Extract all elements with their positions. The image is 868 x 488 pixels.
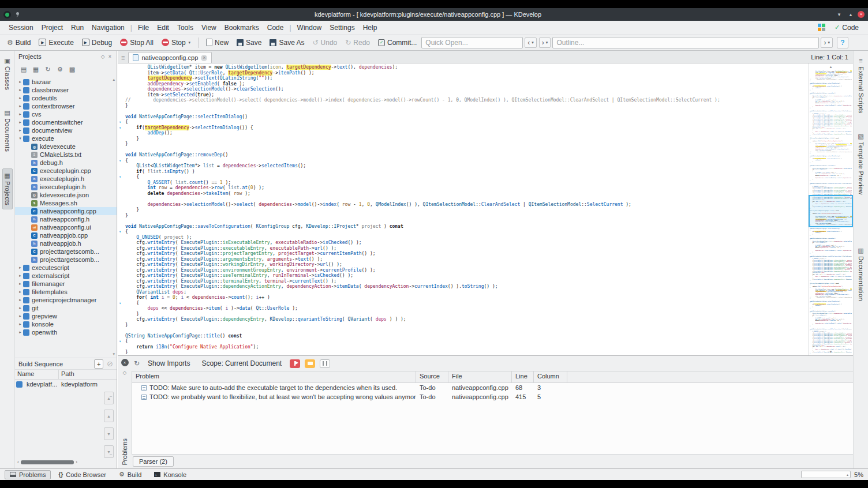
expander-icon[interactable]: ▸ [17, 96, 23, 100]
code-line[interactable]: ▾{ [118, 158, 807, 164]
tree-item-grepview[interactable]: ▸grepview [15, 312, 117, 320]
code-line[interactable]: } [118, 350, 807, 355]
code-line[interactable]: cfg.writeEntry( ExecutePlugin::isExecuta… [118, 240, 807, 246]
menu-navigation[interactable]: Navigation [88, 22, 129, 33]
scope-dropdown[interactable]: Scope: Current Document [198, 358, 285, 369]
code-line[interactable]: ▾ { [118, 174, 807, 180]
code-line[interactable]: } [118, 207, 807, 213]
sidebar-tab-template-preview[interactable]: ▧Template Preview [856, 130, 866, 198]
expander-icon[interactable]: ▸ [17, 120, 23, 125]
code-line[interactable]: dependencies->selectionModel()->select( … [118, 202, 807, 208]
code-line[interactable]: } [118, 322, 807, 328]
tree-item-messages-sh[interactable]: $Messages.sh [15, 199, 117, 207]
detach-panel-icon[interactable]: ◇ [99, 54, 107, 59]
menu-help[interactable]: Help [359, 22, 381, 33]
expander-icon[interactable]: ▸ [17, 314, 23, 318]
tree-item-nativeappjob-cpp[interactable]: Cnativeappjob.cpp [15, 231, 117, 239]
execute-button[interactable]: ▶ Execute [35, 37, 77, 48]
tree-item-debug-h[interactable]: hdebug.h [15, 159, 117, 167]
tree-item-git[interactable]: ▸git [15, 304, 117, 312]
tree-item-genericprojectmanager[interactable]: ▸genericprojectmanager [15, 296, 117, 304]
problem-row[interactable]: TODO: we probably want to flexibilize, b… [132, 392, 853, 401]
next-context-button[interactable]: › ▾ [539, 37, 551, 48]
problem-row[interactable]: TODO: Make sure to auto-add the executab… [132, 383, 853, 392]
close-button[interactable]: × [858, 11, 865, 18]
tree-item-classbrowser[interactable]: ▸classbrowser [15, 86, 117, 94]
code-line[interactable]: cfg.writeEntry( ExecutePlugin::executabl… [118, 246, 807, 251]
add-to-build-sequence-button[interactable]: + [94, 359, 103, 369]
code-line[interactable]: } [118, 136, 807, 142]
scroll-up-icon[interactable]: ▴ [113, 77, 115, 82]
tree-item-projecttargetscomb-[interactable]: hprojecttargetscomb... [15, 256, 117, 264]
grouping-button[interactable] [320, 359, 330, 368]
code-line[interactable] [118, 108, 807, 114]
column-column-header[interactable]: Column [534, 371, 567, 382]
move-down-button[interactable]: ▼ [104, 427, 114, 440]
tree-item-executeplugin-cpp[interactable]: Cexecuteplugin.cpp [15, 167, 117, 175]
scrollbar-thumb[interactable] [21, 460, 74, 464]
code-line[interactable]: cfg.writeEntry( ExecutePlugin::arguments… [118, 257, 807, 262]
expander-icon[interactable]: ▸ [17, 306, 23, 310]
tree-item-externalscript[interactable]: ▸externalscript [15, 272, 117, 280]
code-line[interactable]: delete dependencies->takeItem( row ); [118, 191, 807, 197]
expander-icon[interactable]: ▸ [17, 80, 23, 84]
menu-session[interactable]: Session [5, 22, 38, 33]
stop-button[interactable]: Stop ▾ [158, 37, 194, 48]
code-area[interactable]: QListWidgetItem* item = new QListWidgetI… [118, 63, 807, 355]
code-line[interactable]: QVariantList deps; [118, 290, 807, 295]
tree-item-nativeappjob-h[interactable]: hnativeappjob.h [15, 239, 117, 247]
code-line[interactable]: addDependency->setEnabled( false ); [118, 81, 807, 87]
code-line[interactable]: return i18n("Configure Native Applicatio… [118, 344, 807, 350]
code-line[interactable]: ▾ { [118, 301, 807, 306]
code-line[interactable]: ▾{ [118, 339, 807, 344]
code-line[interactable]: for( int i = 0; i < dependencies->count(… [118, 295, 807, 301]
save-button[interactable]: Save [233, 37, 265, 48]
close-panel-icon[interactable]: × [107, 54, 113, 59]
tree-item-executescript[interactable]: ▸executescript [15, 264, 117, 272]
code-line[interactable]: // dependencies->selectionModel()->selec… [118, 97, 807, 103]
show-imports-button[interactable]: Show Imports [144, 358, 193, 369]
code-line[interactable]: cfg.writeEntry( ExecutePlugin::environme… [118, 268, 807, 273]
new-button[interactable]: New [203, 37, 232, 48]
expander-icon[interactable]: ▸ [17, 273, 23, 278]
move-top-button[interactable]: ▲̅ [104, 392, 114, 404]
scroll-left-icon[interactable]: ‹ [17, 460, 19, 465]
menu-file[interactable]: File [134, 22, 153, 33]
code-line[interactable]: ▾{ [118, 229, 807, 235]
code-line[interactable]: void NativeAppConfigPage::saveToConfigur… [118, 224, 807, 230]
tree-item-codeutils[interactable]: ▸codeutils [15, 94, 117, 102]
table-row[interactable]: kdevplatf... kdevplatform [15, 380, 117, 389]
menu-window[interactable]: Window [293, 22, 326, 33]
code-line[interactable]: item->setSelected(true); [118, 92, 807, 98]
tree-item-executeplugin-h[interactable]: hexecuteplugin.h [15, 175, 117, 183]
code-line[interactable]: cfg.writeEntry( ExecutePlugin::workingDi… [118, 262, 807, 268]
redo-button[interactable]: ↻ Redo [342, 37, 373, 48]
close-tab-icon[interactable]: × [201, 55, 207, 61]
code-line[interactable]: cfg.writeEntry( ExecutePlugin::projectTa… [118, 251, 807, 257]
code-line[interactable]: void NativeAppConfigPage::selectItemDial… [118, 114, 807, 120]
sidebar-tab-documents[interactable]: ▤Documents [3, 106, 12, 155]
path-column-header[interactable]: Path [59, 370, 117, 379]
scroll-right-icon[interactable]: › [76, 460, 77, 465]
tree-item-kdevexecute[interactable]: ◎kdevexecute [15, 142, 117, 151]
filter-projects-button[interactable]: ▩ [67, 64, 77, 74]
expander-icon[interactable]: ▸ [17, 128, 23, 133]
detach-panel-icon[interactable]: ◇ [123, 370, 127, 376]
code-line[interactable]: } [118, 141, 807, 147]
code-line[interactable]: item->setData( Qt::UserRole, targetDepen… [118, 70, 807, 76]
scroll-down-icon[interactable]: ▾ [113, 352, 115, 356]
minimap-viewport[interactable] [809, 195, 853, 227]
menu-run[interactable]: Run [67, 22, 88, 33]
menu-bookmarks[interactable]: Bookmarks [220, 22, 263, 33]
locate-document-button[interactable]: ▤ [18, 64, 29, 74]
code-line[interactable]: deps << dependencies->item( i )->data( Q… [118, 306, 807, 311]
file-column-header[interactable]: File [448, 371, 512, 382]
code-editor[interactable]: QListWidgetItem* item = new QListWidgetI… [118, 63, 853, 355]
expander-icon[interactable]: ▸ [17, 330, 23, 335]
outline-input[interactable] [552, 37, 819, 48]
code-line[interactable]: void NativeAppConfigPage::removeDep() [118, 152, 807, 158]
jump-declaration-button[interactable]: › ▾ [821, 37, 833, 48]
problem-column-header[interactable]: Problem [132, 371, 416, 382]
stop-all-button[interactable]: Stop All [117, 37, 157, 48]
menu-settings[interactable]: Settings [326, 22, 358, 33]
